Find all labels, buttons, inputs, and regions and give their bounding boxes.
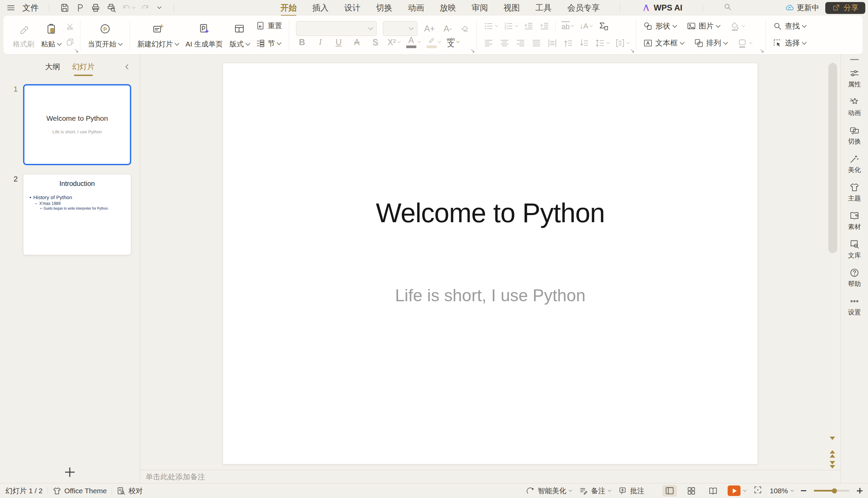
normal-view-button[interactable] xyxy=(663,485,677,497)
tab-transition[interactable]: 切换 xyxy=(376,2,392,13)
decrease-indent-button[interactable] xyxy=(523,21,534,31)
pinyin-dropdown-icon[interactable] xyxy=(456,40,459,43)
play-slideshow-icon[interactable] xyxy=(727,485,740,496)
main-menu-button[interactable] xyxy=(6,3,16,13)
format-painter-button[interactable]: 格式刷 xyxy=(10,18,38,52)
italic-button[interactable]: I xyxy=(314,37,326,47)
file-menu[interactable]: 文件 xyxy=(22,2,39,13)
proofing-button[interactable]: 校对 xyxy=(117,486,143,496)
play-dropdown-icon[interactable] xyxy=(118,41,123,45)
shapes-button[interactable]: 形状 xyxy=(643,21,677,31)
sidebar-item-materials[interactable]: 素材 xyxy=(848,211,861,231)
tab-tools[interactable]: 工具 xyxy=(535,2,552,13)
align-center-button[interactable] xyxy=(499,38,510,48)
export-pdf-button[interactable] xyxy=(75,3,85,13)
numbered-list-dropdown-icon[interactable] xyxy=(515,24,518,27)
shape-fill-dropdown-icon[interactable] xyxy=(742,24,745,27)
text-box-button[interactable]: 文本框 xyxy=(643,38,684,48)
zoom-in-button[interactable] xyxy=(857,488,863,494)
comments-button[interactable]: 批注 xyxy=(618,486,644,496)
paragraph-settings-button[interactable] xyxy=(615,38,629,48)
shapes-dropdown-icon[interactable] xyxy=(672,23,677,27)
arrange-button[interactable]: 排列 xyxy=(694,38,727,48)
slideshow-button[interactable] xyxy=(727,485,746,496)
notes-bar[interactable]: 单击此处添加备注 xyxy=(140,470,841,483)
highlight-button[interactable] xyxy=(427,36,441,48)
layout-dropdown-icon[interactable] xyxy=(245,41,250,45)
font-name-select[interactable] xyxy=(296,21,377,36)
sidebar-item-transition[interactable]: 切换 xyxy=(848,125,861,146)
print-button[interactable] xyxy=(91,3,101,13)
insert-expand-icon[interactable]: ↘ xyxy=(760,48,764,54)
text-shadow-button[interactable]: S xyxy=(369,37,382,47)
save-button[interactable] xyxy=(59,3,69,13)
align-left-button[interactable] xyxy=(483,38,494,48)
share-button[interactable]: 分享 xyxy=(825,2,865,14)
bold-button[interactable]: B xyxy=(296,37,308,47)
new-slide-dropdown-icon[interactable] xyxy=(175,41,179,45)
tab-review[interactable]: 审阅 xyxy=(472,2,488,13)
space-after-button[interactable] xyxy=(579,38,589,48)
scroll-down-button[interactable] xyxy=(830,440,835,446)
paragraph-settings-dropdown-icon[interactable] xyxy=(626,41,630,44)
tab-insert[interactable]: 插入 xyxy=(312,2,329,13)
paste-button[interactable]: 粘贴 xyxy=(38,18,64,52)
zoom-out-button[interactable] xyxy=(801,490,806,491)
shape-outline-dropdown-icon[interactable] xyxy=(749,41,752,44)
fit-slide-button[interactable] xyxy=(753,485,762,496)
increase-indent-button[interactable] xyxy=(539,21,550,31)
scroll-up-button[interactable] xyxy=(830,57,835,63)
vertical-scrollbar-thumb[interactable] xyxy=(828,63,837,253)
slide-sorter-view-button[interactable] xyxy=(684,485,698,497)
shape-outline-button[interactable] xyxy=(737,38,752,48)
zoom-level-button[interactable]: 108% xyxy=(770,487,793,495)
select-dropdown-icon[interactable] xyxy=(802,40,806,44)
line-spacing-button[interactable] xyxy=(595,38,609,48)
numbered-list-button[interactable] xyxy=(504,21,518,31)
pictures-button[interactable]: 图片 xyxy=(686,21,720,31)
sidebar-item-theme[interactable]: 主题 xyxy=(848,182,861,203)
find-button[interactable]: 查找 xyxy=(773,21,806,31)
character-spacing-dropdown-icon[interactable] xyxy=(571,24,574,27)
increase-font-button[interactable]: A+ xyxy=(424,24,436,34)
sidebar-item-library[interactable]: 文库 xyxy=(848,239,861,260)
line-spacing-dropdown-icon[interactable] xyxy=(606,41,610,44)
print-preview-button[interactable] xyxy=(106,3,116,13)
font-color-button[interactable]: A xyxy=(406,36,420,48)
slide-thumbnail-1[interactable]: 1 Welcome to Python Life is short, I use… xyxy=(23,84,131,165)
zoom-slider[interactable] xyxy=(814,490,849,492)
paragraph-expand-icon[interactable]: ↘ xyxy=(630,48,635,54)
sidebar-item-animation[interactable]: 动画 xyxy=(848,97,861,117)
slideshow-dropdown-icon[interactable] xyxy=(743,488,747,492)
notes-toggle-button[interactable]: 备注 xyxy=(579,486,611,496)
sidebar-item-settings[interactable]: 设置 xyxy=(848,296,861,317)
highlight-dropdown-icon[interactable] xyxy=(438,40,441,43)
slide-title-textbox[interactable]: Welcome to Python xyxy=(223,197,758,228)
redo-button[interactable] xyxy=(141,3,150,13)
tab-wps-ai[interactable]: WPS AI xyxy=(641,3,682,13)
bullet-list-button[interactable] xyxy=(483,21,498,31)
zoom-slider-handle[interactable] xyxy=(832,488,837,493)
character-spacing-button[interactable]: ab xyxy=(561,21,574,31)
sidebar-item-beautify[interactable]: 美化 xyxy=(848,154,861,174)
pinyin-guide-button[interactable]: wén文 xyxy=(447,37,459,47)
search-button[interactable] xyxy=(723,2,732,13)
customize-toolbar-button[interactable] xyxy=(155,4,163,12)
copy-button[interactable] xyxy=(66,38,75,48)
font-expand-icon[interactable]: ↘ xyxy=(470,48,475,54)
sidebar-item-help[interactable]: 帮助 xyxy=(848,268,861,288)
next-slide-button[interactable] xyxy=(830,461,835,469)
layout-button[interactable]: 版式 xyxy=(226,18,253,52)
play-from-current-button[interactable]: 当页开始 xyxy=(84,18,125,52)
undo-dropdown-icon[interactable] xyxy=(132,5,136,9)
bullet-list-dropdown-icon[interactable] xyxy=(495,24,498,27)
text-direction-button[interactable]: ↓A xyxy=(579,22,592,30)
tab-view[interactable]: 视图 xyxy=(504,2,520,13)
sidebar-item-properties[interactable]: 属性 xyxy=(848,68,861,89)
collapse-ribbon-icon[interactable] xyxy=(850,59,859,60)
zoom-dropdown-icon[interactable] xyxy=(791,488,794,492)
shape-fill-button[interactable] xyxy=(730,21,745,31)
distribute-text-button[interactable] xyxy=(547,38,558,48)
strikethrough-button[interactable]: A xyxy=(351,37,363,47)
find-dropdown-icon[interactable] xyxy=(802,23,806,27)
